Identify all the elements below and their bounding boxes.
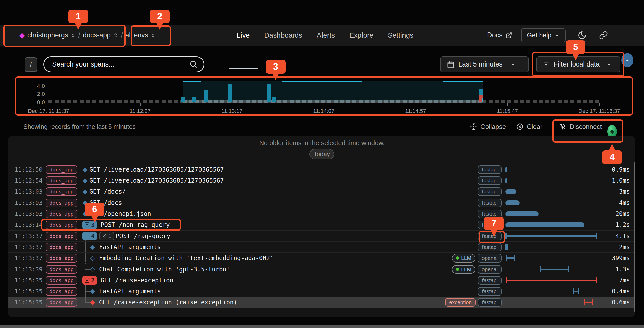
span-duration: 4ms bbox=[619, 199, 630, 206]
span-duration: 4.1s bbox=[615, 233, 630, 240]
breadcrumb-environment[interactable]: all envs bbox=[125, 31, 148, 39]
row-tags: fastapi bbox=[478, 232, 502, 240]
docs-link[interactable]: Docs bbox=[487, 25, 512, 46]
breadcrumb-org[interactable]: christophergs bbox=[27, 31, 68, 39]
span-duration: 20ms bbox=[615, 210, 630, 217]
search-shortcut-key: / bbox=[25, 57, 37, 72]
table-row[interactable]: 11:15:35 docs_app ◆ GET /raise-exception… bbox=[8, 297, 635, 308]
x-tick-label: 11:12:27 bbox=[130, 108, 151, 114]
service-tag: docs_app bbox=[46, 254, 77, 263]
x-tick-mark bbox=[599, 103, 600, 106]
span-name: Embedding Creation with 'text-embedding-… bbox=[99, 255, 274, 262]
divider bbox=[24, 49, 24, 57]
children-count-badge[interactable]: −2 bbox=[82, 276, 97, 285]
tag-fastapi: fastapi bbox=[478, 187, 502, 196]
table-row[interactable]: 11:13:37 docs_app −4 1 POST /rag-query f… bbox=[8, 230, 635, 241]
tag-openai: openai bbox=[478, 265, 502, 274]
span-duration: 399ms bbox=[612, 255, 630, 262]
search-icon[interactable] bbox=[189, 60, 198, 69]
duration-bar bbox=[505, 167, 507, 172]
breadcrumb-project[interactable]: docs-app bbox=[83, 31, 111, 39]
hidden-annotations-badge[interactable]: 1 bbox=[99, 232, 114, 240]
row-timestamp: 11:15:35 bbox=[15, 299, 43, 306]
search-input[interactable] bbox=[43, 56, 204, 72]
span-name: GET /raise-exception bbox=[101, 277, 173, 284]
chevrons-up-down-icon[interactable] bbox=[71, 33, 76, 38]
span-kind-icon: ◆ bbox=[90, 288, 95, 294]
tab-settings[interactable]: Settings bbox=[388, 31, 413, 39]
tab-live[interactable]: Live bbox=[237, 31, 250, 39]
span-kind-icon: ◇ bbox=[90, 254, 95, 261]
time-range-label: Last 5 minutes bbox=[458, 60, 503, 68]
span-kind-icon: ◆ bbox=[90, 299, 95, 305]
active-tab-underline bbox=[229, 68, 258, 69]
disconnect-label: Disconnect bbox=[570, 123, 602, 131]
row-tags: exceptionfastapi bbox=[445, 298, 502, 307]
row-timestamp: 11:15:35 bbox=[15, 288, 43, 295]
service-tag: docs_app bbox=[46, 265, 77, 274]
duration-bar bbox=[505, 211, 539, 216]
table-row[interactable]: 11:13:14 docs_app +3 POST /non-rag-query… bbox=[8, 219, 635, 230]
x-tick-label: 11:13:17 bbox=[221, 108, 243, 114]
span-name: FastAPI arguments bbox=[99, 244, 161, 251]
callout-badge-5: 5 bbox=[566, 40, 585, 54]
chevrons-up-down-icon[interactable] bbox=[151, 33, 156, 38]
service-tag: docs_app bbox=[46, 276, 77, 285]
tab-explore[interactable]: Explore bbox=[349, 31, 373, 39]
span-duration: 1.0ms bbox=[612, 177, 630, 184]
disconnect-button[interactable]: Disconnect bbox=[559, 120, 602, 133]
table-row[interactable]: 11:13:37 docs_app ◇ Embedding Creation w… bbox=[8, 252, 635, 264]
children-count-badge[interactable]: −4 bbox=[82, 232, 97, 240]
span-kind-icon: ◆ bbox=[83, 188, 88, 194]
span-kind-icon: ◆ bbox=[83, 177, 88, 183]
date-chip[interactable]: Today bbox=[309, 149, 334, 159]
span-name: POST /rag-query bbox=[116, 233, 170, 240]
external-link-icon bbox=[506, 32, 512, 39]
clear-button[interactable]: Clear bbox=[516, 120, 542, 133]
table-row[interactable]: 11:13:39 docs_app ◇ Chat Completion with… bbox=[8, 264, 635, 275]
table-row[interactable]: 11:15:35 docs_app −2 GET /raise-exceptio… bbox=[8, 275, 635, 286]
x-tick-label: 11:14:07 bbox=[313, 108, 334, 114]
get-help-button[interactable]: Get help bbox=[521, 28, 566, 42]
tab-alerts[interactable]: Alerts bbox=[317, 31, 335, 39]
share-link-button[interactable] bbox=[599, 25, 608, 46]
chevron-down-icon bbox=[510, 62, 516, 67]
row-timestamp: 11:12:54 bbox=[15, 177, 43, 184]
org-diamond-icon: ◆ bbox=[19, 31, 25, 39]
tag-llm: LLM bbox=[452, 265, 475, 274]
avatar[interactable]: - bbox=[621, 53, 633, 67]
service-tag: docs_app bbox=[46, 165, 77, 174]
span-name: GET /livereload/1270363685/1270365567 bbox=[89, 166, 224, 173]
top-nav: ◆ christophergs / docs-app / all envs Li… bbox=[0, 25, 644, 46]
scrollbar[interactable] bbox=[634, 162, 635, 312]
time-range-dropdown[interactable]: Last 5 minutes bbox=[440, 56, 529, 72]
x-tick-label: Dec 17. 11:16:37 bbox=[578, 108, 620, 114]
callout-badge-2: 2 bbox=[150, 10, 170, 23]
span-name: FastAPI arguments bbox=[99, 288, 161, 295]
duration-bar bbox=[505, 200, 520, 205]
service-tag: docs_app bbox=[46, 232, 77, 240]
records-summary: Showing records from the last 5 minutes bbox=[23, 123, 136, 130]
x-tick-mark bbox=[140, 103, 141, 106]
chevrons-up-down-icon[interactable] bbox=[113, 33, 118, 38]
span-duration: 0.6ms bbox=[612, 299, 630, 306]
tag-fastapi: fastapi bbox=[478, 287, 502, 296]
tree-line bbox=[85, 297, 86, 303]
table-row[interactable]: 11:13:03 docs_app ◆ GET /docs/ fastapi 3… bbox=[8, 186, 635, 197]
table-row[interactable]: 11:12:50 docs_app ◆ GET /livereload/1270… bbox=[8, 164, 635, 175]
callout-badge-7: 7 bbox=[484, 217, 504, 230]
tree-elbow bbox=[85, 302, 90, 303]
callout-badge-6: 6 bbox=[85, 203, 104, 216]
table-row[interactable]: 11:15:35 docs_app ◆ FastAPI arguments fa… bbox=[8, 286, 635, 297]
row-timestamp: 11:15:35 bbox=[15, 277, 43, 284]
tree-elbow bbox=[85, 291, 90, 292]
service-tag: docs_app bbox=[46, 298, 77, 307]
collapse-button[interactable]: Collapse bbox=[470, 120, 506, 133]
tab-dashboards[interactable]: Dashboards bbox=[264, 31, 302, 39]
y-tick-label: 4.0 bbox=[32, 83, 45, 89]
table-row[interactable]: 11:12:54 docs_app ◆ GET /livereload/1270… bbox=[8, 175, 635, 186]
row-timestamp: 11:12:50 bbox=[15, 166, 43, 173]
x-tick-label: 11:14:57 bbox=[405, 108, 426, 114]
unplug-icon bbox=[559, 123, 567, 130]
table-row[interactable]: 11:13:37 docs_app ◆ FastAPI arguments fa… bbox=[8, 241, 635, 252]
